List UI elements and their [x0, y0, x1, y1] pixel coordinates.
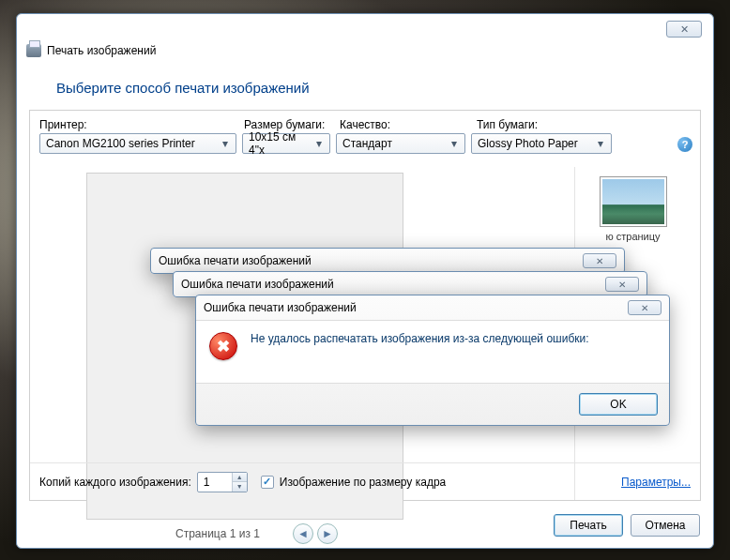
- parameters-link[interactable]: Параметры...: [621, 476, 691, 489]
- paper-type-combo-value: Glossy Photo Paper: [478, 137, 578, 150]
- dialog-titlebar: Ошибка печати изображений ✕: [174, 272, 646, 296]
- layout-thumbnail[interactable]: [600, 176, 667, 227]
- spinner-up-button[interactable]: ▲: [233, 473, 247, 483]
- copies-value: 1: [204, 476, 210, 489]
- paper-type-combo[interactable]: Glossy Photo Paper ▾: [471, 133, 612, 154]
- copies-spinner[interactable]: 1 ▲ ▼: [197, 472, 248, 492]
- chevron-down-icon: ▾: [312, 137, 326, 150]
- quality-combo-value: Стандарт: [342, 137, 392, 150]
- printer-icon: [26, 44, 41, 57]
- paper-size-label: Размер бумаги:: [244, 118, 340, 131]
- footer-buttons: Печать Отмена: [554, 514, 700, 537]
- option-labels-row: Принтер: Размер бумаги: Качество: Тип бу…: [30, 111, 700, 133]
- error-icon: ✖: [209, 332, 237, 360]
- page-heading: Выберите способ печати изображений: [56, 80, 310, 96]
- paper-size-combo[interactable]: 10x15 см 4"x ▾: [242, 133, 330, 154]
- spinner-down-button[interactable]: ▼: [233, 482, 247, 492]
- error-dialog-back-1: Ошибка печати изображений ✕: [173, 271, 647, 297]
- printer-combo-value: Canon MG2100 series Printer: [46, 137, 195, 150]
- layout-caption: ю страницу: [575, 231, 691, 242]
- prev-page-button[interactable]: ◄: [293, 523, 313, 544]
- error-dialog-front: Ошибка печати изображений ✕ ✖ Не удалось…: [195, 295, 670, 426]
- bottom-options-row: Копий каждого изображения: 1 ▲ ▼ ✓ Изобр…: [30, 462, 700, 500]
- dialog-body: ✖ Не удалось распечатать изображения из-…: [196, 320, 669, 384]
- quality-label: Качество:: [340, 118, 477, 131]
- dialog-close-button[interactable]: ✕: [583, 253, 616, 268]
- fit-frame-label: Изображение по размеру кадра: [280, 476, 446, 489]
- print-button[interactable]: Печать: [554, 514, 623, 537]
- paper-size-combo-value: 10x15 см 4"x: [249, 130, 312, 157]
- copies-label: Копий каждого изображения:: [39, 476, 191, 489]
- close-icon: ✕: [680, 23, 689, 36]
- option-controls-row: Canon MG2100 series Printer ▾ 10x15 см 4…: [30, 133, 700, 161]
- cancel-button[interactable]: Отмена: [631, 514, 700, 537]
- window-title: Печать изображений: [47, 44, 156, 57]
- dialog-titlebar: Ошибка печати изображений ✕: [151, 249, 624, 273]
- page-counter: Страница 1 из 1: [175, 527, 260, 540]
- paper-type-label: Тип бумаги:: [477, 118, 691, 131]
- close-icon: ✕: [641, 303, 648, 313]
- error-message: Не удалось распечатать изображения из-за…: [251, 332, 589, 345]
- chevron-down-icon: ▾: [448, 137, 461, 150]
- window-title-bar: Печать изображений: [26, 44, 156, 57]
- fit-frame-checkbox[interactable]: ✓: [261, 476, 274, 489]
- close-icon: ✕: [596, 256, 603, 266]
- quality-combo[interactable]: Стандарт ▾: [336, 133, 465, 154]
- chevron-down-icon: ▾: [594, 137, 607, 150]
- dialog-title: Ошибка печати изображений: [159, 254, 312, 267]
- dialog-title: Ошибка печати изображений: [181, 278, 334, 291]
- spinner-buttons: ▲ ▼: [232, 473, 247, 492]
- next-page-button[interactable]: ►: [317, 523, 338, 544]
- page-nav: ◄ ►: [293, 523, 338, 544]
- printer-label: Принтер:: [39, 118, 244, 131]
- error-dialog-back-2: Ошибка печати изображений ✕: [150, 248, 625, 274]
- window-close-button[interactable]: ✕: [666, 21, 702, 38]
- dialog-footer: OK: [196, 384, 669, 425]
- close-icon: ✕: [618, 280, 626, 290]
- dialog-close-button[interactable]: ✕: [628, 300, 662, 315]
- dialog-titlebar[interactable]: Ошибка печати изображений ✕: [196, 295, 669, 320]
- dialog-close-button[interactable]: ✕: [605, 277, 639, 292]
- printer-combo[interactable]: Canon MG2100 series Printer ▾: [39, 133, 236, 154]
- dialog-title: Ошибка печати изображений: [204, 301, 357, 314]
- help-icon[interactable]: ?: [677, 137, 692, 152]
- chevron-down-icon: ▾: [219, 137, 232, 150]
- ok-button[interactable]: OK: [579, 393, 658, 416]
